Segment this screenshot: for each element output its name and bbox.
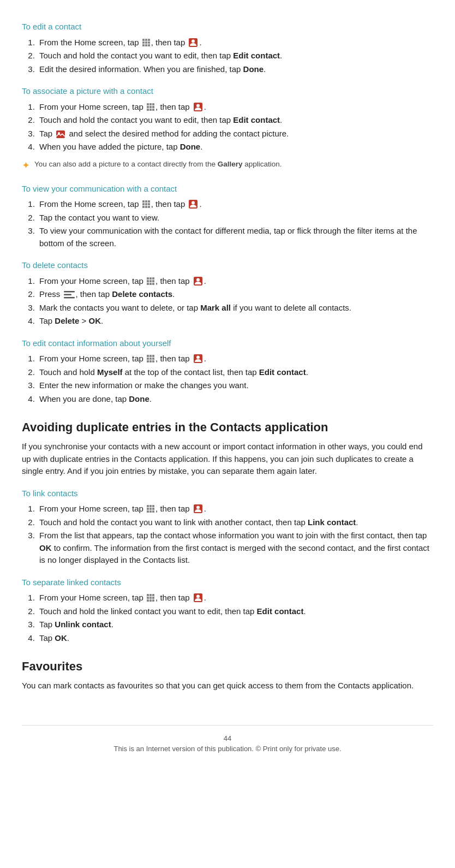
- step-item: Tap and select the desired method for ad…: [37, 128, 433, 140]
- grid-icon: [142, 200, 150, 208]
- step-item: From your Home screen, tap , then tap .: [37, 275, 433, 288]
- section-favourites: Favourites You can mark contacts as favo…: [22, 657, 433, 692]
- step-item: Touch and hold the linked contact you wa…: [37, 605, 433, 618]
- step-item: Press , then tap Delete contacts.: [37, 288, 433, 301]
- step-item: Edit the desired information. When you a…: [37, 63, 433, 76]
- page-footer: 44 This is an Internet version of this p…: [22, 725, 433, 754]
- step-item: From the Home screen, tap , then tap .: [37, 198, 433, 211]
- tip-icon: ✦: [22, 158, 30, 173]
- step-item: Touch and hold the contact you want to e…: [37, 114, 433, 127]
- menu-icon: [64, 291, 75, 299]
- person-icon: [193, 354, 203, 364]
- section-edit-contact: To edit a contact From the Home screen, …: [22, 21, 433, 75]
- section-delete-contacts: To delete contacts From your Home screen…: [22, 259, 433, 328]
- grid-icon: [147, 505, 154, 513]
- person-icon: [193, 593, 203, 603]
- step-item: When you have added the picture, tap Don…: [37, 141, 433, 153]
- steps-separate-contacts: From your Home screen, tap , then tap . …: [37, 592, 433, 644]
- section-heading-edit-contact: To edit a contact: [22, 21, 433, 33]
- svg-rect-10: [64, 291, 75, 293]
- svg-point-7: [191, 201, 195, 205]
- steps-view-communication: From the Home screen, tap , then tap . T…: [37, 198, 433, 249]
- svg-rect-11: [64, 294, 71, 296]
- svg-point-1: [191, 39, 195, 43]
- steps-edit-yourself: From your Home screen, tap , then tap . …: [37, 353, 433, 405]
- person-icon: [188, 199, 198, 209]
- section-heading-delete-contacts: To delete contacts: [22, 259, 433, 272]
- section-heading-edit-yourself: To edit contact information about yourse…: [22, 337, 433, 350]
- footer-text: This is an Internet version of this publ…: [22, 744, 433, 754]
- step-item: Tap the contact you want to view.: [37, 212, 433, 224]
- section-edit-yourself: To edit contact information about yourse…: [22, 337, 433, 406]
- person-icon: [193, 276, 203, 286]
- page-number: 44: [22, 733, 433, 744]
- section-link-contacts: To link contacts From your Home screen, …: [22, 487, 433, 567]
- page-content: To edit a contact From the Home screen, …: [22, 21, 433, 754]
- svg-point-16: [196, 506, 200, 509]
- duplicates-intro: If you synchronise your contacts with a …: [22, 441, 433, 478]
- svg-point-14: [196, 356, 200, 359]
- section-avoiding-duplicates: Avoiding duplicate entries in the Contac…: [22, 418, 433, 644]
- step-item: From your Home screen, tap , then tap .: [37, 353, 433, 365]
- person-icon: [188, 38, 198, 47]
- section-heading-separate-contacts: To separate linked contacts: [22, 576, 433, 589]
- person-icon: [193, 102, 203, 112]
- person-icon: [193, 504, 203, 514]
- steps-edit-contact: From the Home screen, tap , then tap . T…: [37, 37, 433, 76]
- step-item: Touch and hold the contact you want to l…: [37, 516, 433, 529]
- section-heading-associate-picture: To associate a picture with a contact: [22, 85, 433, 98]
- step-item: Tap OK.: [37, 632, 433, 645]
- step-item: From your Home screen, tap , then tap .: [37, 503, 433, 515]
- svg-rect-4: [56, 130, 65, 138]
- grid-icon: [147, 355, 154, 362]
- svg-point-3: [196, 104, 200, 107]
- section-heading-view-communication: To view your communication with a contac…: [22, 183, 433, 195]
- step-item: Enter the new information or make the ch…: [37, 379, 433, 392]
- section-associate-picture: To associate a picture with a contact Fr…: [22, 85, 433, 173]
- step-item: From your Home screen, tap , then tap .: [37, 101, 433, 114]
- section-heading-link-contacts: To link contacts: [22, 487, 433, 500]
- step-item: From your Home screen, tap , then tap .: [37, 592, 433, 604]
- svg-rect-12: [64, 297, 75, 299]
- favourites-text: You can mark contacts as favourites so t…: [22, 680, 433, 692]
- step-item: Touch and hold the contact you want to e…: [37, 50, 433, 62]
- grid-icon: [147, 103, 154, 111]
- grid-icon: [142, 39, 150, 46]
- section-view-communication: To view your communication with a contac…: [22, 183, 433, 250]
- step-item: Tap Delete > OK.: [37, 315, 433, 328]
- steps-associate-picture: From your Home screen, tap , then tap . …: [37, 101, 433, 153]
- section-separate-contacts: To separate linked contacts From your Ho…: [22, 576, 433, 645]
- grid-icon: [147, 594, 154, 602]
- svg-point-9: [196, 278, 200, 281]
- tip-box: ✦ You can also add a picture to a contac…: [22, 159, 433, 173]
- steps-link-contacts: From your Home screen, tap , then tap . …: [37, 503, 433, 567]
- tip-text: You can also add a picture to a contact …: [34, 159, 282, 170]
- step-item: When you are done, tap Done.: [37, 393, 433, 406]
- step-item: Touch and hold Myself at the top of the …: [37, 366, 433, 379]
- img-icon: [56, 129, 65, 139]
- svg-point-18: [196, 595, 200, 598]
- big-heading-duplicates: Avoiding duplicate entries in the Contac…: [22, 418, 433, 436]
- step-item: From the Home screen, tap , then tap .: [37, 37, 433, 49]
- step-item: From the list that appears, tap the cont…: [37, 530, 433, 567]
- step-item: Tap Unlink contact.: [37, 619, 433, 631]
- steps-delete-contacts: From your Home screen, tap , then tap . …: [37, 275, 433, 328]
- step-item: To view your communication with the cont…: [37, 225, 433, 249]
- big-heading-favourites: Favourites: [22, 657, 433, 675]
- step-item: Mark the contacts you want to delete, or…: [37, 302, 433, 314]
- grid-icon: [147, 277, 154, 285]
